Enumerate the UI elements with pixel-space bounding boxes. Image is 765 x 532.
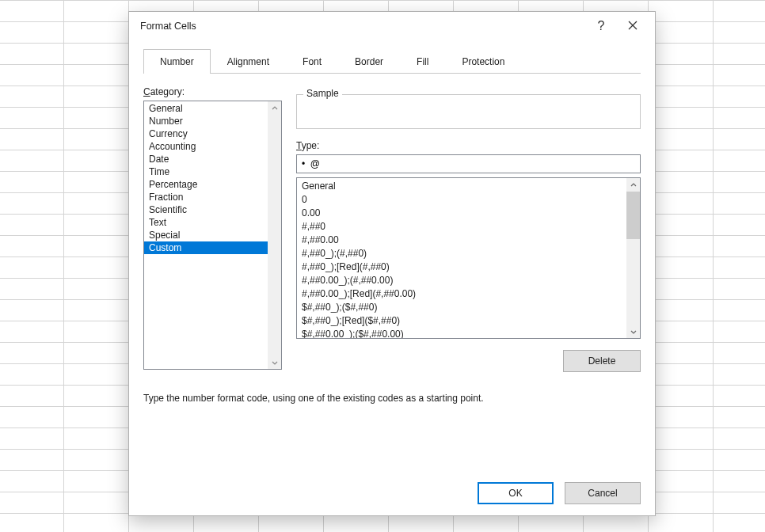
tabs-row: Number Alignment Font Border Fill Protec… [143,45,641,74]
scroll-down-icon[interactable] [268,355,281,369]
type-items: General 0 0.00 #,##0 #,##0.00 #,##0_);(#… [297,178,626,339]
category-item-number[interactable]: Number [144,115,268,127]
category-item-scientific[interactable]: Scientific [144,203,268,216]
ok-button[interactable]: OK [478,482,554,504]
type-item[interactable]: 0 [297,193,626,207]
tab-label: Border [355,56,383,67]
category-item-percentage[interactable]: Percentage [144,178,268,191]
tab-label: Protection [462,56,504,67]
type-item[interactable]: #,##0.00_);(#,##0.00) [297,274,626,287]
type-item[interactable]: $#,##0_);($#,##0) [297,301,626,314]
format-cells-dialog: Format Cells ? Number Alignment Font Bor… [128,11,656,516]
tab-alignment[interactable]: Alignment [211,49,286,74]
tab-protection[interactable]: Protection [445,49,521,74]
category-item-accounting[interactable]: Accounting [144,140,268,153]
scroll-thumb[interactable] [626,192,640,239]
tab-number[interactable]: Number [143,49,211,74]
panel-columns: Category: General Number Currency Accoun… [143,86,641,372]
scroll-up-icon[interactable] [268,101,281,115]
category-item-general[interactable]: General [144,102,268,115]
type-item[interactable]: #,##0.00 [297,234,626,247]
tab-label: Font [303,56,322,67]
category-label: Category: [143,86,282,97]
dialog-content: Number Alignment Font Border Fill Protec… [129,40,655,515]
category-item-custom[interactable]: Custom [144,241,268,254]
help-button[interactable]: ? [585,14,617,38]
help-icon: ? [598,19,605,33]
type-item[interactable]: General [297,180,626,193]
number-panel: Category: General Number Currency Accoun… [143,74,641,504]
dialog-titlebar: Format Cells ? [129,12,655,40]
category-item-date[interactable]: Date [144,153,268,165]
type-listbox[interactable]: General 0 0.00 #,##0 #,##0.00 #,##0_);(#… [296,177,641,339]
delete-row: Delete [296,350,641,372]
tab-border[interactable]: Border [338,49,400,74]
type-item[interactable]: #,##0_);(#,##0) [297,247,626,260]
sample-box: Sample [296,94,641,129]
category-item-currency[interactable]: Currency [144,127,268,140]
cancel-button[interactable]: Cancel [565,482,641,504]
category-column: Category: General Number Currency Accoun… [143,86,282,372]
scroll-up-icon[interactable] [626,178,640,192]
tab-label: Number [160,56,194,67]
category-listbox[interactable]: General Number Currency Accounting Date … [143,101,282,370]
tab-font[interactable]: Font [286,49,338,74]
type-input[interactable] [296,154,641,173]
type-scrollbar[interactable] [626,178,640,338]
type-item[interactable]: $#,##0.00_);($#,##0.00) [297,328,626,339]
tab-label: Alignment [227,56,269,67]
category-item-time[interactable]: Time [144,165,268,178]
tab-fill[interactable]: Fill [400,49,445,74]
type-item[interactable]: $#,##0_);[Red]($#,##0) [297,314,626,328]
scroll-down-icon[interactable] [626,325,640,338]
tab-label: Fill [417,56,428,67]
category-item-text[interactable]: Text [144,216,268,229]
category-scrollbar[interactable] [268,101,281,369]
type-item[interactable]: #,##0.00_);[Red](#,##0.00) [297,287,626,301]
format-column: Sample Type: General 0 0.00 #,##0 #,##0.… [296,86,641,372]
type-item[interactable]: #,##0 [297,220,626,234]
delete-button[interactable]: Delete [563,350,641,372]
instruction-text: Type the number format code, using one o… [143,393,641,404]
close-icon [628,20,638,32]
dialog-title: Format Cells [140,21,585,32]
type-item[interactable]: #,##0_);[Red](#,##0) [297,260,626,274]
category-item-fraction[interactable]: Fraction [144,191,268,203]
dialog-button-row: OK Cancel [143,466,641,504]
sample-label: Sample [303,88,342,99]
type-item[interactable]: 0.00 [297,207,626,220]
category-item-special[interactable]: Special [144,229,268,241]
category-items: General Number Currency Accounting Date … [144,101,268,255]
close-button[interactable] [617,14,649,38]
type-label: Type: [296,140,641,151]
